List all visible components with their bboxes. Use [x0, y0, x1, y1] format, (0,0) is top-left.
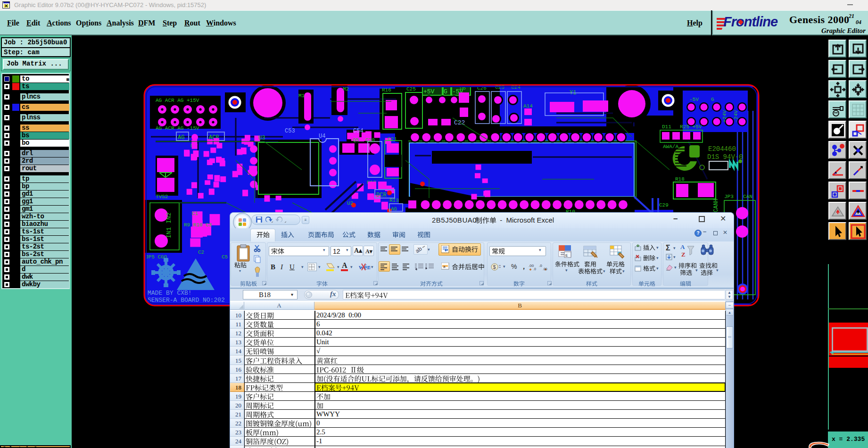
svg-text:-24V: -24V [733, 110, 739, 123]
svg-text:C20: C20 [365, 137, 375, 143]
svg-text:C22: C22 [454, 119, 465, 126]
svg-text:$: $ [493, 264, 496, 270]
svg-text:a: a [443, 265, 446, 269]
svg-text:DCR: DCR [376, 192, 387, 199]
svg-text:R16: R16 [382, 87, 391, 93]
svg-text:C5: C5 [222, 254, 228, 260]
svg-text:C26: C26 [477, 85, 487, 91]
svg-text:C54: C54 [353, 128, 364, 134]
svg-text:D1S 94V-0: D1S 94V-0 [707, 153, 743, 161]
svg-text:≤: ≤ [565, 253, 568, 257]
svg-text:CANH: CANH [713, 199, 719, 212]
svg-text:Z: Z [681, 251, 686, 258]
svg-text:-5V: -5V [689, 97, 699, 102]
svg-text:AG ACR AG +15V: AG ACR AG +15V [156, 98, 199, 103]
svg-text:+5V: +5V [423, 88, 435, 95]
svg-text:A: A [680, 243, 685, 250]
svg-text:AG: AG [391, 206, 397, 212]
svg-text:ab: ab [416, 246, 423, 254]
svg-text:IN1 IN2: IN1 IN2 [165, 212, 173, 238]
svg-text:AG: AG [178, 134, 184, 141]
svg-text:G: G [444, 88, 447, 95]
svg-text:U3: U3 [258, 135, 265, 141]
svg-text:R9 R10 C3: R9 R10 C3 [184, 222, 212, 228]
svg-text:A14: A14 [523, 103, 533, 109]
svg-text:+24V: +24V [722, 110, 727, 123]
svg-text:D6: D6 [460, 85, 466, 91]
svg-text:SENSER-A BOARD NO:202: SENSER-A BOARD NO:202 [148, 297, 225, 304]
svg-text:Q5: Q5 [353, 137, 359, 143]
svg-text:M1: M1 [298, 93, 305, 99]
svg-text:R18: R18 [675, 176, 685, 182]
svg-text:RI3: RI3 [389, 198, 399, 203]
svg-text:CAN: CAN [743, 194, 752, 199]
svg-text:C1: C1 [192, 211, 198, 216]
svg-text:.0: .0 [539, 264, 542, 268]
svg-text:U2: U2 [347, 200, 353, 206]
svg-text:D11: D11 [662, 124, 671, 130]
svg-text:C2: C2 [198, 249, 204, 255]
svg-text:.00: .00 [543, 267, 547, 271]
svg-text:R25 +5V: R25 +5V [680, 124, 702, 130]
svg-text:U4: U4 [319, 133, 325, 140]
svg-text:G: G [711, 97, 714, 102]
svg-text:?: ? [696, 231, 699, 236]
svg-text:AG ACR AG -15V: AG ACR AG -15V [156, 125, 199, 131]
svg-text:C21: C21 [388, 136, 397, 142]
svg-text:C53: C53 [285, 128, 295, 134]
svg-text:wén: wén [359, 263, 370, 271]
svg-text:JP3: JP3 [724, 194, 734, 199]
svg-text:E204460: E204460 [708, 145, 736, 153]
svg-text:.0: .0 [533, 267, 536, 271]
svg-text:MADE BY CXB!: MADE BY CXB! [148, 290, 192, 297]
svg-text:C29: C29 [659, 202, 669, 208]
svg-text:TVS2: TVS2 [156, 194, 168, 199]
